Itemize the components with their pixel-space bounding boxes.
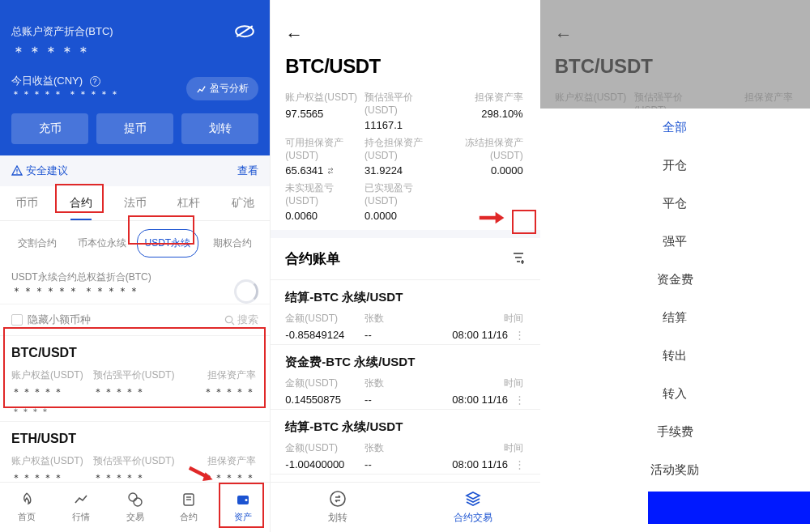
bill-item[interactable]: 结算-BTC 永续/USDT 金额(USDT)-0.85849124 张数-- … xyxy=(271,280,539,345)
total-assets-label: 总账户资产折合(BTC) xyxy=(11,24,258,39)
security-view-link[interactable]: 查看 xyxy=(237,164,258,178)
swap-icon[interactable] xyxy=(326,167,335,175)
nav-trade[interactable]: 交易 xyxy=(108,483,162,532)
wallet-icon xyxy=(235,492,251,508)
menu-close[interactable]: 平仓 xyxy=(540,185,810,223)
withdraw-button[interactable]: 提币 xyxy=(96,113,173,144)
arrow-to-assets xyxy=(188,465,217,483)
bottom-actions: 划转 合约交易 xyxy=(271,482,539,532)
total-assets-value: ＊＊＊＊＊ xyxy=(11,42,258,62)
menu-in[interactable]: 转入 xyxy=(540,375,810,413)
today-pnl-label: 今日收益(CNY) xyxy=(11,74,83,87)
search-input[interactable]: 搜索 xyxy=(224,313,258,327)
menu-reward[interactable]: 活动奖励 xyxy=(540,451,810,489)
bottom-nav: 首页 行情 交易 合约 资产 xyxy=(0,482,270,532)
assets-screen: 总账户资产折合(BTC) ＊＊＊＊＊ 今日收益(CNY) ? ＊＊＊＊＊ ＊＊＊… xyxy=(0,0,270,532)
transfer-action[interactable]: 划转 xyxy=(271,483,405,532)
equity-summary: USDT永续合约总权益折合(BTC) ＊＊＊＊＊＊ ＊＊＊＊＊ xyxy=(0,266,270,304)
subtab-usdt-perp[interactable]: USDT永续 xyxy=(137,229,198,257)
filter-button[interactable] xyxy=(511,250,526,268)
menu-liquidation[interactable]: 强平 xyxy=(540,223,810,261)
svg-line-5 xyxy=(232,322,235,325)
search-icon xyxy=(224,315,235,326)
tab-spot[interactable]: 币币 xyxy=(0,186,54,220)
pnl-analysis-button[interactable]: 盈亏分析 xyxy=(186,77,258,100)
transfer-button[interactable]: 划转 xyxy=(181,113,258,144)
svg-point-3 xyxy=(16,172,18,174)
doc-icon xyxy=(181,492,197,508)
trend-icon xyxy=(73,492,89,508)
svg-point-7 xyxy=(134,498,142,506)
menu-all[interactable]: 全部 xyxy=(540,109,810,147)
deposit-button[interactable]: 充币 xyxy=(11,113,88,144)
menu-out[interactable]: 转出 xyxy=(540,337,810,375)
more-icon[interactable]: ⋮ xyxy=(513,458,523,470)
nav-futures[interactable]: 合约 xyxy=(162,483,216,532)
security-banner[interactable]: 安全建议 查看 xyxy=(0,155,270,186)
menu-fee[interactable]: 手续费 xyxy=(540,413,810,451)
transfer-icon xyxy=(329,490,347,508)
chart-icon xyxy=(196,83,207,94)
svg-point-12 xyxy=(245,499,248,501)
arrow-to-filter xyxy=(478,209,507,227)
hide-small-checkbox[interactable] xyxy=(11,314,23,326)
exchange-icon xyxy=(126,491,144,509)
bill-heading: 合约账单 xyxy=(285,249,340,268)
futures-trade-action[interactable]: 合约交易 xyxy=(406,483,540,532)
menu-cancel[interactable]: 取消 xyxy=(540,527,810,532)
nav-markets[interactable]: 行情 xyxy=(54,483,109,532)
subtab-delivery[interactable]: 交割合约 xyxy=(6,229,68,257)
filter-icon xyxy=(511,250,526,265)
svg-point-6 xyxy=(129,493,137,501)
bill-item[interactable]: 结算-BTC 永续/USDT 金额(USDT)-1.00400000 张数-- … xyxy=(271,410,539,475)
tab-margin[interactable]: 杠杆 xyxy=(162,186,216,220)
warning-icon xyxy=(11,165,23,177)
menu-open[interactable]: 开仓 xyxy=(540,147,810,185)
tab-futures[interactable]: 合约 xyxy=(54,186,109,220)
back-button[interactable]: ← xyxy=(285,24,525,45)
nav-home[interactable]: 首页 xyxy=(0,483,54,532)
hide-small-label: 隐藏小额币种 xyxy=(28,313,91,327)
svg-point-16 xyxy=(330,492,345,506)
flame-icon xyxy=(19,492,35,508)
filter-menu-screen: ← BTC/USDT 账户权益(USDT) 预估强平价(USDT) 担保资产率 … xyxy=(540,0,810,532)
subtab-options[interactable]: 期权合约 xyxy=(202,229,263,257)
svg-point-4 xyxy=(226,316,232,322)
pair-eth-usdt[interactable]: ETH/USDT 账户权益(USDT)＊＊＊＊＊ 预估强平价(USDT)＊＊＊＊… xyxy=(0,422,270,489)
assets-header: 总账户资产折合(BTC) ＊＊＊＊＊ 今日收益(CNY) ? ＊＊＊＊＊ ＊＊＊… xyxy=(0,0,270,155)
contract-detail-screen: ← BTC/USDT 账户权益(USDT)97.5565 预估强平价(USDT)… xyxy=(270,0,539,532)
layers-icon xyxy=(464,490,482,508)
donut-icon xyxy=(234,279,258,304)
more-icon[interactable]: ⋮ xyxy=(513,329,523,341)
more-icon[interactable]: ⋮ xyxy=(513,394,523,406)
pair-btc-usdt[interactable]: BTC/USDT 账户权益(USDT)＊＊＊＊＊ 预估强平价(USDT)＊＊＊＊… xyxy=(0,336,270,422)
menu-settle[interactable]: 结算 xyxy=(540,299,810,337)
help-icon[interactable]: ? xyxy=(90,76,100,87)
menu-funding[interactable]: 资金费 xyxy=(540,261,810,299)
futures-subtabs: 交割合约 币本位永续 USDT永续 期权合约 xyxy=(0,221,270,266)
pair-title: BTC/USDT xyxy=(285,55,525,78)
tab-pool[interactable]: 矿池 xyxy=(216,186,271,220)
subtab-coin-perp[interactable]: 币本位永续 xyxy=(71,229,133,257)
tab-fiat[interactable]: 法币 xyxy=(108,186,162,220)
nav-assets[interactable]: 资产 xyxy=(216,483,271,532)
filter-menu: 全部 开仓 平仓 强平 资金费 结算 转出 转入 手续费 活动奖励 系统 取消 xyxy=(540,109,810,532)
bill-item[interactable]: 资金费-BTC 永续/USDT 金额(USDT)0.14550875 张数-- … xyxy=(271,345,539,410)
blue-strip xyxy=(648,492,810,524)
asset-type-tabs: 币币 合约 法币 杠杆 矿池 xyxy=(0,186,270,221)
